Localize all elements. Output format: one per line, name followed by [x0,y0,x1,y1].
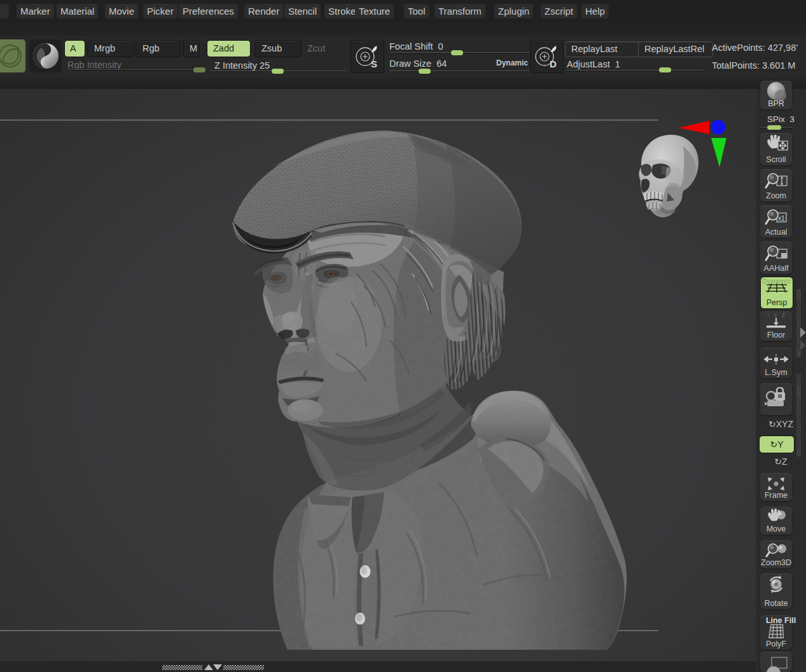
svg-text:D: D [550,58,557,69]
svg-text:x1: x1 [778,215,785,222]
svg-text:S: S [371,58,377,69]
